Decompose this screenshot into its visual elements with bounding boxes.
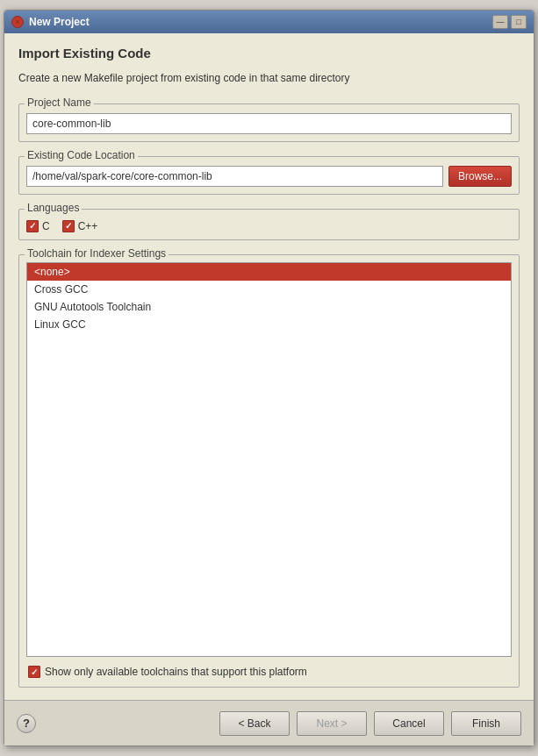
filter-checkbox-row[interactable]: Show only available toolchains that supp… (26, 660, 512, 680)
close-button[interactable]: × (11, 16, 24, 28)
filter-label: Show only available toolchains that supp… (45, 666, 307, 678)
toolchain-item-none[interactable]: <none> (27, 263, 511, 281)
toolchain-fieldset: Toolchain for Indexer Settings <none> Cr… (18, 254, 520, 688)
title-bar-controls: — □ (492, 15, 527, 29)
cpp-label: C++ (78, 220, 98, 232)
languages-label: Languages (25, 202, 82, 214)
toolchain-item-linux-gcc[interactable]: Linux GCC (27, 316, 511, 333)
footer-left: ? (17, 714, 219, 733)
filter-checkbox-icon[interactable] (28, 666, 40, 678)
toolchain-item-gnu-autotools[interactable]: GNU Autotools Toolchain (27, 298, 511, 316)
finish-button[interactable]: Finish (451, 711, 521, 736)
maximize-button[interactable]: □ (511, 15, 527, 29)
project-name-input[interactable] (26, 113, 512, 134)
footer-buttons: < Back Next > Cancel Finish (219, 711, 521, 736)
existing-code-input[interactable] (26, 166, 443, 187)
existing-code-row: Browse... (26, 164, 512, 187)
dialog-footer: ? < Back Next > Cancel Finish (4, 700, 534, 745)
minimize-button[interactable]: — (492, 15, 508, 29)
cpp-checkbox-icon[interactable] (62, 220, 75, 232)
cancel-button[interactable]: Cancel (374, 711, 444, 736)
title-bar-left: × New Project (11, 16, 90, 28)
page-title: Import Existing Code (18, 46, 520, 61)
toolchain-list[interactable]: <none> Cross GCC GNU Autotools Toolchain… (26, 262, 512, 657)
browse-button[interactable]: Browse... (448, 166, 512, 187)
toolchain-item-cross-gcc[interactable]: Cross GCC (27, 281, 511, 298)
help-button[interactable]: ? (17, 714, 36, 733)
new-project-window: × New Project — □ Import Existing Code C… (4, 10, 534, 746)
toolchain-section: Toolchain for Indexer Settings <none> Cr… (18, 249, 520, 688)
cpp-language-checkbox[interactable]: C++ (62, 220, 98, 232)
project-name-section: Project Name (18, 103, 520, 142)
c-checkbox-icon[interactable] (26, 220, 39, 232)
c-language-checkbox[interactable]: C (26, 220, 50, 232)
title-bar: × New Project — □ (4, 11, 534, 33)
window-title: New Project (29, 16, 90, 28)
existing-code-label: Existing Code Location (25, 149, 138, 161)
main-content: Import Existing Code Create a new Makefi… (4, 33, 534, 700)
toolchain-label: Toolchain for Indexer Settings (25, 247, 169, 260)
c-label: C (42, 220, 50, 232)
languages-section: Languages C C++ (18, 209, 520, 240)
existing-code-section: Existing Code Location Browse... (18, 156, 520, 195)
back-button[interactable]: < Back (219, 711, 290, 736)
languages-row: C C++ (26, 220, 512, 232)
project-name-label: Project Name (25, 96, 94, 109)
next-button[interactable]: Next > (297, 711, 367, 736)
page-subtitle: Create a new Makefile project from exist… (18, 71, 520, 86)
